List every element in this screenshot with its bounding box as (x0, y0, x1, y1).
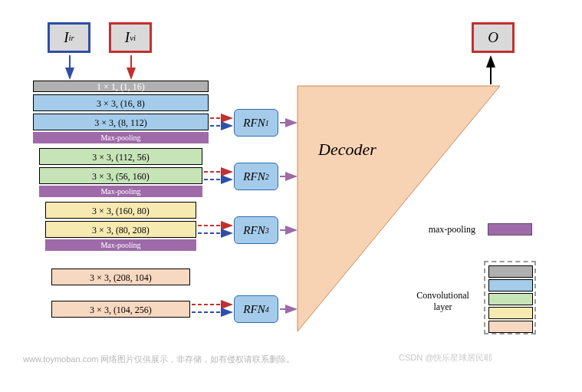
rfn-4: RFN4 (234, 295, 278, 323)
maxpool-1: Max-pooling (33, 132, 209, 143)
legend-convlayer-label: Convolutional layer (406, 290, 479, 313)
rfn-3: RFN3 (234, 216, 278, 244)
legend-maxpool-label: max-pooling (414, 224, 475, 236)
legend-swatch-green (488, 293, 533, 305)
maxpool-2: Max-pooling (39, 186, 202, 197)
conv-layer-2a: 3 × 3, (112, 56) (39, 148, 202, 165)
maxpool-3: Max-pooling (45, 239, 196, 251)
legend-maxpool-swatch (488, 223, 532, 236)
conv-layer-4a: 3 × 3, (208, 104) (51, 268, 190, 285)
input-vi: Ivi (109, 22, 152, 53)
legend-swatch-blue (488, 279, 533, 292)
legend-swatch-yellow (488, 307, 533, 319)
conv-layer-2b: 3 × 3, (56, 160) (39, 167, 202, 184)
legend-swatch-grey (488, 265, 533, 278)
footer-right: CSDN @快乐星球居民耶 (399, 352, 492, 364)
legend-swatch-peach (488, 321, 533, 333)
conv-layer-1b: 3 × 3, (8, 112) (33, 114, 209, 130)
decoder-label: Decoder (318, 140, 376, 160)
conv-layer-3b: 3 × 3, (80, 208) (45, 221, 196, 238)
conv-layer-1a: 3 × 3, (16, 8) (33, 94, 209, 111)
input-ir: Iir (48, 22, 90, 53)
legend-convlayer-box (484, 261, 536, 334)
rfn-2: RFN2 (234, 163, 278, 190)
conv-layer-3a: 3 × 3, (160, 80) (45, 202, 196, 219)
input-ir-sub: ir (68, 33, 74, 42)
input-vi-sub: vi (130, 33, 136, 42)
output-o: O (472, 22, 515, 53)
footer-left: www.toymoban.com 网络图片仅供展示，非存储，如有侵权请联系删除。 (23, 354, 294, 365)
conv-layer-0: 1 × 1, (1, 16) (33, 81, 209, 92)
rfn-1: RFN1 (234, 109, 278, 137)
conv-layer-4b: 3 × 3, (104, 256) (51, 301, 190, 318)
